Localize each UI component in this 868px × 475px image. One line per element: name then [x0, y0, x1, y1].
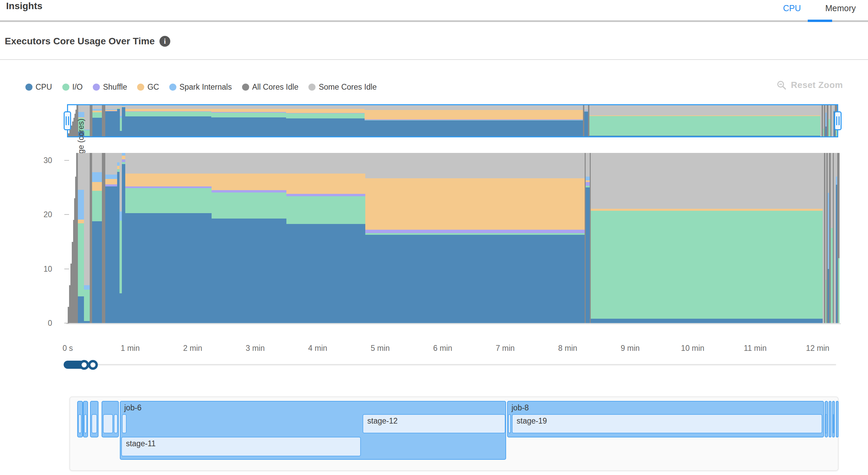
chart-area-segment-cpu: [286, 224, 365, 323]
slider-handle-right[interactable]: [88, 360, 98, 370]
job-bar[interactable]: [836, 401, 839, 437]
stage-bar-stage-11[interactable]: stage-11: [121, 437, 361, 456]
chart-area-segment-io: [838, 258, 840, 323]
internals-legend-dot-icon: [169, 84, 176, 91]
stage-bar[interactable]: [825, 414, 827, 433]
chart-area-segment-gc: [125, 174, 212, 186]
legend-item-io[interactable]: I/O: [62, 83, 83, 92]
stage-label: stage-19: [517, 416, 547, 426]
chart-area-segment-io: [122, 162, 125, 164]
slider-track[interactable]: [64, 364, 836, 365]
time-range-slider[interactable]: [64, 358, 837, 371]
stage-bar[interactable]: [84, 414, 87, 433]
chart-area-segment-some_idle: [584, 105, 588, 110]
chart-area-segment-cpu: [584, 112, 588, 136]
y-tick-label: 0: [48, 319, 52, 328]
chart-area-segment-cpu: [125, 213, 212, 323]
chart-area-segment-shuffle: [365, 119, 583, 120]
x-tick-label: 12 min: [806, 344, 829, 353]
chart-area-segment-cpu: [122, 164, 125, 323]
legend-item-gc[interactable]: GC: [137, 83, 159, 92]
chart-area-segment-io: [92, 112, 102, 118]
chart-area-segment-shuffle: [125, 186, 212, 188]
chart-area-segment-io: [84, 290, 90, 321]
chart-area-segment-io: [125, 188, 212, 213]
chart-area-segment-some_idle: [125, 105, 211, 109]
chart-area-segment-shuffle: [122, 159, 125, 162]
tab-memory[interactable]: Memory: [823, 2, 858, 15]
chart-area-segment-internals: [105, 109, 117, 110]
chart-area-segment-internals: [92, 172, 102, 182]
chart-area-segment-gc: [365, 110, 583, 119]
stage-label: stage-11: [126, 439, 156, 448]
overview-brush-chart[interactable]: [67, 104, 838, 137]
chart-area-segment-cpu: [117, 109, 120, 136]
chart-area-segment-io: [365, 233, 585, 235]
chart-area-segment-gc: [78, 117, 84, 118]
stage-bar[interactable]: [103, 414, 113, 433]
brush-handle-left[interactable]: [64, 111, 71, 130]
slider-handle-left[interactable]: [79, 360, 89, 370]
chart-area-segment-some_idle: [105, 105, 117, 109]
chart-area-segment-some_idle: [92, 153, 102, 173]
insights-page: Insights CPU Memory Executors Core Usage…: [0, 0, 868, 475]
x-tick-label: 9 min: [621, 344, 639, 353]
stage-bar[interactable]: [114, 414, 118, 433]
stage-label: stage-12: [367, 416, 398, 426]
y-tick-label: 10: [43, 264, 52, 273]
y-tick-label: 30: [43, 156, 52, 165]
chart-area-segment-io: [591, 211, 823, 319]
legend-item-internals[interactable]: Spark Internals: [169, 83, 232, 92]
legend-item-shuffle[interactable]: Shuffle: [93, 83, 127, 92]
info-icon[interactable]: i: [159, 36, 170, 47]
legend-item-cpu[interactable]: CPU: [25, 83, 52, 92]
cpu-legend-dot-icon: [25, 84, 32, 91]
job-bar[interactable]: [829, 401, 831, 437]
x-tick-label: 8 min: [558, 344, 577, 353]
chart-area-segment-shuffle: [586, 182, 589, 186]
x-axis-line: [66, 323, 841, 324]
chart-area-segment-gc: [92, 111, 102, 112]
brush-handle-right[interactable]: [834, 111, 842, 130]
stage-bar[interactable]: [833, 414, 834, 433]
chart-area-segment-cpu: [125, 116, 211, 136]
chart-area-segment-some_idle: [78, 105, 84, 112]
chart-area-segment-gc: [211, 109, 286, 112]
chart-area-segment-gc: [365, 178, 585, 230]
chart-area-segment-some_idle: [84, 153, 90, 285]
x-tick-label: 6 min: [433, 344, 452, 353]
chart-area-segment-gc: [105, 110, 117, 111]
x-tick-label: 0 s: [63, 344, 73, 353]
x-tick-label: 7 min: [496, 344, 515, 353]
overview-plot: [68, 105, 837, 136]
main-chart-plot[interactable]: [68, 152, 840, 323]
chart-area-segment-gc: [212, 174, 287, 190]
active-tab-underline: [808, 20, 832, 22]
chart-area-segment-some_idle: [365, 153, 585, 178]
chart-area-segment-io: [365, 120, 583, 120]
chart-area-segment-gc: [105, 179, 117, 184]
tab-cpu[interactable]: CPU: [781, 2, 803, 15]
stage-bar[interactable]: [78, 414, 82, 433]
chart-area-segment-cpu: [84, 321, 90, 323]
chart-area-segment-shuffle: [105, 184, 117, 186]
stage-bar[interactable]: [508, 414, 511, 433]
legend-item-all_idle[interactable]: All Cores Idle: [242, 83, 299, 92]
legend-label: All Cores Idle: [252, 83, 299, 92]
stage-bar[interactable]: [91, 414, 97, 433]
chart-area-segment-gc: [92, 182, 102, 191]
chart-area-segment-gc: [586, 180, 589, 182]
header-divider: [0, 20, 868, 22]
stage-bar-stage-19[interactable]: stage-19: [512, 414, 822, 433]
x-tick-label: 11 min: [744, 344, 766, 353]
reset-zoom-button[interactable]: Reset Zoom: [777, 80, 843, 90]
chart-area-segment-gc: [117, 166, 120, 169]
chart-area-segment-cpu: [92, 221, 102, 323]
stage-bar-stage-12[interactable]: stage-12: [363, 414, 505, 433]
legend-item-some_idle[interactable]: Some Cores Idle: [308, 83, 376, 92]
tab-bar: CPU Memory: [781, 2, 858, 15]
chart-area-segment-gc: [584, 110, 588, 111]
stage-bar[interactable]: [122, 414, 127, 433]
chart-area-segment-cpu: [211, 117, 286, 136]
legend-label: Spark Internals: [179, 83, 232, 92]
